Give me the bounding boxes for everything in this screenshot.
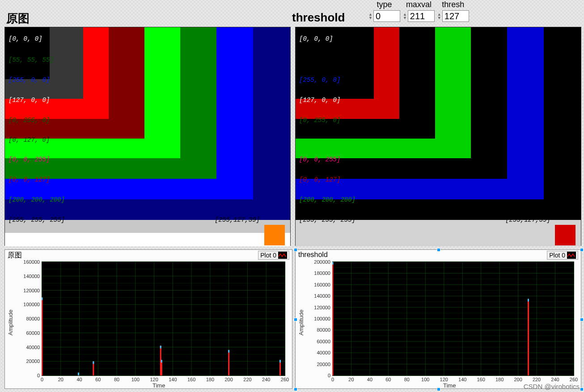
left-plot-area <box>42 261 285 376</box>
right-plot-panel[interactable]: threshold Plot 0 Amplitude Time 02000040… <box>295 249 581 389</box>
x-tick: 60 <box>383 377 394 382</box>
x-tick: 160 <box>476 377 487 382</box>
x-tick: 240 <box>550 377 561 382</box>
svg-rect-82 <box>528 299 529 375</box>
x-tick: 180 <box>494 377 505 382</box>
right-image-panel[interactable]: [0, 0, 0][255, 0, 0][127, 0, 0][0, 255, … <box>295 27 581 246</box>
left-plot-xlabel: Time <box>152 382 165 389</box>
pixel-value-label: [0, 0, 127] <box>299 176 340 183</box>
svg-rect-80 <box>332 262 334 375</box>
y-tick: 160000 <box>18 259 40 265</box>
svg-rect-31 <box>42 297 43 375</box>
param-type-label: type <box>377 0 392 9</box>
pixel-value-label: [255,127,39] <box>505 216 550 223</box>
x-tick: 40 <box>364 377 375 382</box>
y-tick: 100000 <box>309 316 330 321</box>
pixel-value-label: [255, 0, 0] <box>8 76 50 84</box>
x-tick: 220 <box>531 377 542 382</box>
x-tick: 60 <box>93 377 103 382</box>
right-plot-legend-label: Plot 0 <box>549 252 565 259</box>
pixel-value-label: [0, 0, 127] <box>8 176 50 183</box>
y-tick: 140000 <box>309 293 330 299</box>
left-plot-legend-label: Plot 0 <box>260 252 276 259</box>
pixel-value-label: [0, 0, 0] <box>8 35 42 42</box>
y-tick: 60000 <box>18 330 40 336</box>
param-maxval: maxval ▲▼ <box>403 0 435 22</box>
svg-rect-38 <box>160 346 161 348</box>
param-thresh-input[interactable] <box>442 10 469 22</box>
pixel-value-label: [0, 255, 0] <box>8 117 50 124</box>
x-tick: 20 <box>55 377 66 382</box>
resize-handle[interactable] <box>437 388 440 391</box>
x-tick: 0 <box>327 377 338 382</box>
x-tick: 100 <box>130 377 141 382</box>
color-block <box>296 233 581 246</box>
y-tick: 80000 <box>18 316 40 321</box>
pixel-value-label: [0, 0, 0] <box>299 35 333 42</box>
y-tick: 120000 <box>18 288 40 293</box>
right-plot-ylabel: Amplitude <box>298 310 305 336</box>
right-plot-xlabel: Time <box>443 382 456 389</box>
pixel-value-label: [0, 127, 0] <box>8 136 50 143</box>
pixel-value-label: [127, 0, 0] <box>299 97 340 104</box>
param-maxval-spin[interactable]: ▲▼ <box>403 13 407 20</box>
plot-legend-swatch <box>278 252 287 259</box>
right-plot-area <box>332 261 574 376</box>
resize-handle[interactable] <box>294 388 297 391</box>
x-tick: 180 <box>205 377 216 382</box>
x-tick: 200 <box>513 377 524 382</box>
svg-rect-42 <box>228 350 229 353</box>
x-tick: 220 <box>242 377 253 382</box>
pixel-value-label: [255, 255, 255] <box>8 216 65 223</box>
x-tick: 140 <box>167 377 178 382</box>
x-tick: 260 <box>279 377 290 382</box>
y-tick: 40000 <box>18 345 40 350</box>
x-tick: 40 <box>74 377 85 382</box>
pixel-value-label: [0, 255, 0] <box>299 117 340 124</box>
left-plot-legend[interactable]: Plot 0 <box>258 251 289 260</box>
pixel-value-label: [255, 0, 0] <box>299 76 340 84</box>
left-plot-title: 原图 <box>8 251 22 260</box>
x-tick: 0 <box>37 377 47 382</box>
resize-handle[interactable] <box>437 248 440 252</box>
x-tick: 100 <box>420 377 431 382</box>
x-tick: 260 <box>568 377 579 382</box>
resize-handle[interactable] <box>294 248 297 252</box>
resize-handle[interactable] <box>580 248 584 252</box>
resize-handle[interactable] <box>580 318 584 321</box>
pixel-value-label: [127, 0, 0] <box>8 97 50 104</box>
pixel-value-label: [0, 0, 255] <box>8 156 50 163</box>
x-tick: 20 <box>346 377 356 382</box>
y-tick: 40000 <box>309 350 330 355</box>
x-tick: 160 <box>186 377 197 382</box>
left-plot-panel[interactable]: 原图 Plot 0 Amplitude Time 020000400006000… <box>4 249 292 389</box>
pixel-value-label: [55, 55, 55] <box>8 56 54 63</box>
svg-rect-83 <box>528 299 529 302</box>
left-image-panel[interactable]: [0, 0, 0][55, 55, 55][255, 0, 0][127, 0,… <box>4 27 291 246</box>
param-thresh: thresh ▲▼ <box>437 0 469 22</box>
pixel-value-label: [255,127,39] <box>215 216 260 223</box>
plot-legend-swatch <box>567 252 576 259</box>
param-type-spin[interactable]: ▲▼ <box>368 13 372 20</box>
pixel-value-label: [200, 200, 200] <box>299 196 355 203</box>
param-maxval-input[interactable] <box>408 10 435 22</box>
y-tick: 160000 <box>309 282 330 287</box>
svg-rect-36 <box>93 361 94 364</box>
param-type-input[interactable] <box>373 10 400 22</box>
svg-rect-44 <box>279 360 281 362</box>
params-row: type ▲▼ maxval ▲▼ thresh ▲▼ <box>368 0 469 22</box>
y-tick: 100000 <box>18 302 40 307</box>
y-tick: 180000 <box>309 270 330 276</box>
y-tick: 200000 <box>309 259 330 265</box>
param-type: type ▲▼ <box>368 0 400 22</box>
svg-rect-41 <box>228 350 229 375</box>
right-plot-legend[interactable]: Plot 0 <box>547 251 578 260</box>
y-tick: 140000 <box>18 274 40 279</box>
resize-handle[interactable] <box>294 318 297 321</box>
x-tick: 140 <box>457 377 468 382</box>
right-plot-title: threshold <box>298 251 328 259</box>
watermark: CSDN @virobotics <box>524 383 580 390</box>
color-block <box>5 233 290 246</box>
resize-handle[interactable] <box>580 388 584 391</box>
param-thresh-spin[interactable]: ▲▼ <box>437 13 441 20</box>
